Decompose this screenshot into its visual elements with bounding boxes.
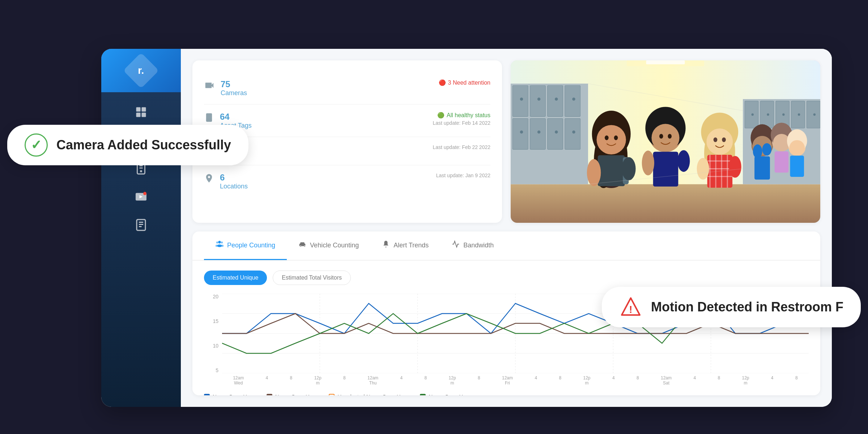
svg-point-76 xyxy=(677,150,690,172)
x-label-4a: 4 xyxy=(266,373,268,388)
svg-point-35 xyxy=(520,131,523,134)
outer-container: r. xyxy=(36,27,832,407)
svg-point-110 xyxy=(218,241,221,243)
svg-point-93 xyxy=(729,156,741,178)
svg-rect-97 xyxy=(754,156,770,179)
btn-estimated-unique[interactable]: Estimated Unique xyxy=(204,271,267,285)
cameras-stat-row: 75 Cameras 🔴 3 Need attention xyxy=(204,72,490,105)
chart-y-labels: 20 15 10 5 xyxy=(204,294,222,373)
x-label-8d: 8 xyxy=(478,373,480,388)
x-label-8f: 8 xyxy=(637,373,639,388)
svg-rect-103 xyxy=(775,151,789,173)
ok-dot: 🟢 xyxy=(437,112,444,119)
tab-vehicle-counting[interactable]: Vehicle Counting xyxy=(287,231,370,260)
svg-point-92 xyxy=(697,158,709,180)
svg-point-38 xyxy=(572,131,575,134)
svg-point-47 xyxy=(782,114,784,116)
walls-update: Last update: Feb 22 2022 xyxy=(433,144,490,150)
svg-point-48 xyxy=(798,114,800,116)
tab-people-label: People Counting xyxy=(227,242,275,249)
btn-estimated-total[interactable]: Estimated Total Visitors xyxy=(273,271,351,285)
tab-bandwidth-label: Bandwidth xyxy=(463,242,494,249)
locations-stat-row: 6 Locations Last update: Jan 9 2022 xyxy=(204,165,490,197)
svg-point-106 xyxy=(789,140,805,156)
sidebar-item-clips[interactable] xyxy=(127,184,156,209)
sidebar-nav xyxy=(101,92,181,245)
svg-rect-26 xyxy=(565,86,580,117)
svg-rect-23 xyxy=(512,86,528,117)
tab-alert-label: Alert Trends xyxy=(393,242,429,249)
svg-rect-51 xyxy=(646,60,685,64)
logo-icon: r. xyxy=(138,65,144,76)
svg-point-36 xyxy=(537,131,541,134)
x-label-4h: 4 xyxy=(771,373,774,388)
svg-rect-107 xyxy=(790,156,804,177)
x-label-12p4: 12pm xyxy=(742,373,749,388)
svg-point-49 xyxy=(813,114,816,116)
locations-info: 6 Locations xyxy=(220,173,248,190)
svg-point-46 xyxy=(767,114,769,116)
x-label-fri: 12amFri xyxy=(502,373,513,388)
school-image xyxy=(511,60,820,223)
y-label-10: 10 xyxy=(213,343,218,349)
asset-tags-badge: 🟢 All healthy status xyxy=(437,112,490,119)
vehicle-tab-icon xyxy=(298,240,306,250)
asset-update: Last update: Feb 14 2022 xyxy=(433,120,490,126)
svg-point-31 xyxy=(520,98,523,101)
cameras-number: 75 xyxy=(221,79,247,89)
sidebar-item-reports[interactable] xyxy=(127,212,156,238)
chart-legend: Name Goes Here Name Goes Here Unselected… xyxy=(204,393,809,395)
svg-point-72 xyxy=(659,134,663,139)
school-image-card xyxy=(511,60,820,223)
svg-point-81 xyxy=(706,128,733,155)
x-label-8g: 8 xyxy=(718,373,720,388)
chart-x-axis: 12amWed 4 8 12pm 8 12amThu 4 8 12pm 8 12 xyxy=(222,373,809,388)
sidebar-item-dashboard[interactable] xyxy=(127,99,156,125)
tab-alert-trends[interactable]: Alert Trends xyxy=(370,231,440,260)
locations-left: 6 Locations xyxy=(204,173,248,190)
locations-number: 6 xyxy=(220,173,248,183)
asset-tags-number: 64 xyxy=(220,112,252,122)
svg-rect-28 xyxy=(530,118,546,149)
sidebar-logo: r. xyxy=(101,49,181,92)
svg-rect-21 xyxy=(511,184,820,223)
svg-rect-1 xyxy=(142,107,146,112)
svg-rect-60 xyxy=(598,155,625,186)
x-label-4f: 4 xyxy=(612,373,615,388)
locations-label: Locations xyxy=(220,183,248,190)
legend-label-4: Name Goes Here xyxy=(429,393,471,395)
svg-point-73 xyxy=(668,134,672,139)
legend-item-3: Unselected Name Goes Here xyxy=(329,393,408,395)
tab-bandwidth[interactable]: Bandwidth xyxy=(440,231,505,260)
y-label-15: 15 xyxy=(213,318,218,324)
svg-point-58 xyxy=(605,136,609,140)
analytics-body: Estimated Unique Estimated Total Visitor… xyxy=(192,260,820,395)
toast-motion-detected: ! Motion Detected in Restroom F xyxy=(602,287,861,327)
toast-warning-text: Motion Detected in Restroom F xyxy=(651,299,843,315)
svg-point-45 xyxy=(752,114,754,116)
y-label-5: 5 xyxy=(216,367,218,373)
svg-rect-2 xyxy=(136,113,141,117)
legend-label-2: Name Goes Here xyxy=(275,393,318,395)
legend-item-1: Name Goes Here xyxy=(204,393,255,395)
svg-rect-27 xyxy=(512,118,528,149)
x-label-4g: 4 xyxy=(693,373,696,388)
x-label-4c: 4 xyxy=(400,373,403,388)
svg-rect-74 xyxy=(653,152,678,187)
y-label-20: 20 xyxy=(213,294,218,299)
tab-people-counting[interactable]: People Counting xyxy=(204,231,287,260)
svg-point-32 xyxy=(537,98,541,101)
legend-color-1 xyxy=(204,394,210,395)
tab-vehicle-label: Vehicle Counting xyxy=(310,242,359,249)
legend-label-3: Unselected Name Goes Here xyxy=(337,393,408,395)
location-icon xyxy=(204,173,214,186)
x-label-8c: 8 xyxy=(425,373,427,388)
sidebar: r. xyxy=(101,49,181,407)
legend-color-3 xyxy=(329,394,335,395)
cameras-info: 75 Cameras xyxy=(221,79,247,97)
x-label-thu: 12amThu xyxy=(367,373,378,388)
walls-right: Last update: Feb 22 2022 xyxy=(433,144,490,150)
asset-tags-stat-row: 64 Asset Tags 🟢 All healthy status Last … xyxy=(204,105,490,137)
svg-point-114 xyxy=(221,242,223,244)
svg-point-62 xyxy=(587,159,601,186)
